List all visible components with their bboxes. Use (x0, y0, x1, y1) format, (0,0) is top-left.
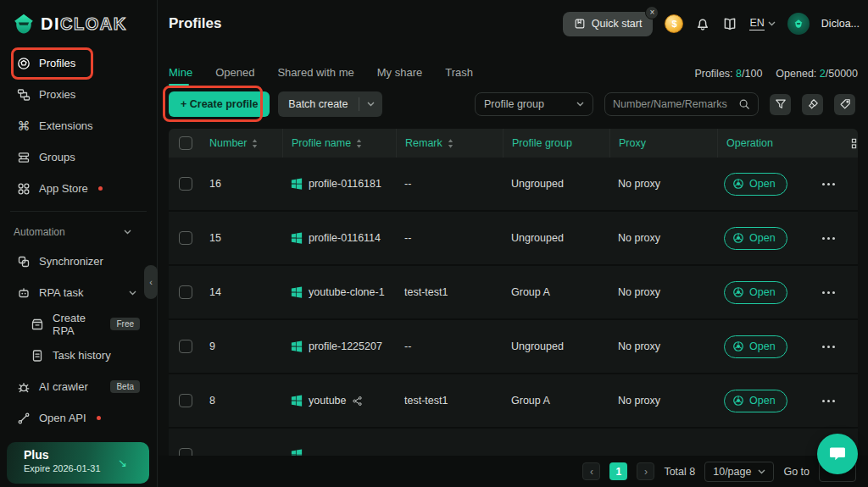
sidebar-item-label: App Store (39, 182, 88, 195)
windows-icon (291, 395, 303, 407)
open-profile-button[interactable]: Open (724, 390, 787, 412)
header-number[interactable]: Number (201, 129, 282, 158)
select-all-checkbox[interactable] (179, 136, 192, 150)
docs-book-icon[interactable] (722, 16, 737, 31)
row-menu-button[interactable] (819, 396, 838, 406)
sidebar-item-synchronizer[interactable]: Synchronizer (7, 246, 142, 277)
header-label: Operation (726, 137, 773, 149)
tab-my-share[interactable]: My share (377, 66, 422, 86)
batch-create-button[interactable]: Batch create (278, 91, 381, 117)
brand-logo: DICLOAK (0, 0, 157, 47)
header-proxy: Proxy (609, 129, 717, 158)
table-row[interactable]: 16 profile-0116181 -- Ungrouped No proxy… (169, 158, 858, 212)
row-number: 8 (201, 395, 282, 407)
page-size-select[interactable]: 10/page (704, 462, 774, 482)
search-input[interactable] (613, 98, 738, 110)
proxies-icon (17, 88, 31, 102)
guide-book-icon (574, 18, 586, 30)
sidebar-item-rpa-task[interactable]: RPA task (7, 277, 142, 308)
tab-mine[interactable]: Mine (169, 66, 192, 86)
table-row[interactable]: 14 youtube-clone-1 test-test1 Group A No… (169, 266, 858, 320)
extensions-icon: ⌘ (17, 119, 31, 133)
row-proxy: No proxy (609, 232, 717, 244)
tab-shared-with-me[interactable]: Shared with me (277, 66, 353, 86)
browser-icon (732, 286, 744, 298)
sidebar-item-proxies[interactable]: Proxies (7, 79, 142, 110)
sidebar-section-automation[interactable]: Automation (0, 219, 157, 246)
sidebar-item-ai-crawler[interactable]: AI crawler Beta (7, 371, 142, 402)
free-badge: Free (110, 318, 140, 330)
app-window: DICLOAK Profiles Proxies ⌘ Extensions Gr… (0, 0, 868, 487)
batch-dropdown-button[interactable] (359, 102, 382, 107)
windows-icon (291, 286, 303, 298)
groups-icon (17, 151, 31, 164)
row-remark: -- (396, 232, 503, 244)
create-profile-button[interactable]: + Create profile (169, 91, 270, 117)
row-menu-button[interactable] (819, 180, 838, 189)
filter-button[interactable] (770, 94, 791, 115)
current-page[interactable]: 1 (609, 462, 627, 480)
open-profile-button[interactable]: Open (724, 335, 787, 358)
tab-opened[interactable]: Opened (215, 66, 254, 86)
rpa-task-icon (17, 286, 31, 300)
open-profile-button[interactable]: Open (724, 227, 787, 250)
search-icon[interactable] (738, 98, 750, 110)
support-chat-button[interactable] (817, 434, 858, 474)
brush-icon (807, 98, 819, 110)
sort-icon (448, 139, 453, 148)
sidebar-item-task-history[interactable]: Task history (7, 340, 142, 371)
sidebar-item-open-api[interactable]: Open API (7, 402, 142, 434)
rewards-coin-icon[interactable]: $ (665, 14, 683, 33)
table-row[interactable]: 15 profile-0116114 -- Ungrouped No proxy… (169, 212, 858, 266)
sidebar-item-app-store[interactable]: App Store (7, 173, 142, 204)
sidebar-item-extensions[interactable]: ⌘ Extensions (7, 110, 142, 141)
chevron-down-icon (576, 102, 584, 107)
bell-icon[interactable] (695, 16, 710, 31)
row-group: Group A (503, 395, 609, 407)
page-title: Profiles (169, 15, 221, 32)
quick-start-button[interactable]: Quick start × (563, 12, 654, 36)
row-checkbox[interactable] (179, 285, 192, 299)
sidebar-item-groups[interactable]: Groups (7, 141, 142, 173)
row-checkbox[interactable] (179, 231, 192, 245)
row-number: 14 (201, 286, 282, 298)
sidebar-item-profiles[interactable]: Profiles (7, 47, 142, 79)
avatar[interactable] (787, 13, 810, 35)
table-header: Number Profile name Remark Profile group… (169, 129, 858, 158)
profiles-table: Number Profile name Remark Profile group… (169, 129, 858, 456)
create-rpa-icon (31, 318, 44, 331)
open-profile-button[interactable]: Open (724, 281, 787, 304)
sidebar-collapse-handle[interactable]: ‹ (144, 265, 158, 299)
windows-icon (291, 178, 303, 190)
open-label: Open (749, 395, 776, 407)
table-row-partial[interactable] (169, 429, 858, 456)
row-checkbox[interactable] (179, 448, 192, 456)
tag-icon (839, 98, 851, 110)
row-checkbox[interactable] (179, 340, 192, 353)
next-page-button[interactable]: › (637, 462, 654, 480)
profile-group-filter[interactable]: Profile group (475, 92, 593, 116)
tags-button[interactable] (834, 94, 855, 115)
open-profile-button[interactable]: Open (724, 173, 787, 196)
clear-button[interactable] (802, 94, 823, 115)
row-menu-button[interactable] (819, 288, 838, 297)
table-row[interactable]: 9 profile-1225207 -- Ungrouped No proxy … (169, 320, 858, 374)
tab-trash[interactable]: Trash (445, 66, 473, 86)
table-row[interactable]: 8 youtube test-test1 Group A No proxy Op… (169, 374, 858, 429)
row-menu-button[interactable] (819, 342, 838, 351)
column-settings-icon[interactable] (851, 137, 858, 150)
row-checkbox[interactable] (179, 177, 192, 191)
plus-plan-card[interactable]: Plus Expire 2026-01-31 ↘ (7, 442, 149, 484)
sidebar-item-create-rpa[interactable]: Create RPA Free (7, 308, 142, 340)
header-label: Profile group (512, 137, 572, 149)
language-selector[interactable]: EN (749, 17, 775, 30)
close-icon[interactable]: × (645, 6, 659, 19)
row-checkbox[interactable] (179, 394, 192, 407)
task-history-icon (31, 349, 44, 362)
header-remark[interactable]: Remark (396, 129, 503, 158)
row-number: 16 (201, 178, 282, 190)
row-menu-button[interactable] (819, 234, 838, 243)
row-number: 9 (201, 340, 282, 352)
prev-page-button[interactable]: ‹ (582, 462, 600, 480)
header-profile-name[interactable]: Profile name (282, 129, 396, 158)
